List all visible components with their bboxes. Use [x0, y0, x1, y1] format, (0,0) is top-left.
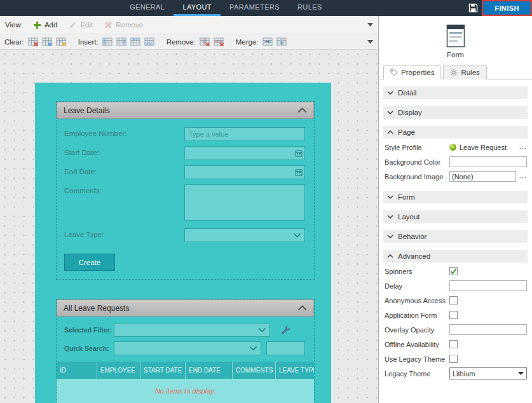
section-detail[interactable]: Detail — [383, 86, 528, 99]
tab-rules-panel[interactable]: Rules — [443, 65, 486, 79]
edit-label: Edit — [80, 21, 93, 29]
merge-cells-right-icon — [263, 37, 273, 47]
section-display[interactable]: Display — [383, 106, 528, 119]
overlay-opacity-row: Overlay Opacity — [383, 322, 528, 337]
clear-all-icon — [28, 37, 39, 47]
chevron-down-icon — [258, 327, 266, 332]
clear-formats-button[interactable] — [55, 36, 69, 48]
add-view-button[interactable]: Add — [27, 19, 63, 31]
background-image-row: Background Image (None) ... — [383, 169, 528, 184]
leave-details-header[interactable]: Leave Details — [57, 102, 314, 119]
background-image-browse-button[interactable]: ... — [517, 172, 527, 182]
style-profile-browse-button[interactable]: ... — [517, 142, 527, 153]
column-header-start-date[interactable]: START DATE — [140, 362, 186, 379]
leave-type-select[interactable] — [184, 228, 305, 242]
overlay-opacity-label: Overlay Opacity — [385, 326, 449, 334]
collapse-chevron-up-icon[interactable] — [297, 305, 307, 311]
filter-settings-button[interactable] — [277, 323, 292, 337]
merge-cells-down-button[interactable] — [275, 36, 289, 48]
quick-search-input[interactable] — [266, 341, 305, 355]
section-advanced[interactable]: Advanced — [383, 250, 528, 263]
remove-column-button[interactable] — [198, 36, 212, 48]
background-color-input[interactable] — [449, 156, 527, 167]
insert-column-left-button[interactable] — [101, 36, 115, 48]
form-canvas-selection[interactable]: Leave Details Employee Number: — [35, 83, 331, 403]
style-profile-icon — [449, 144, 456, 151]
edit-view-button[interactable]: Edit — [63, 19, 99, 31]
comments-textarea[interactable] — [184, 184, 305, 221]
merge-label: Merge: — [236, 38, 259, 46]
finish-button[interactable]: FINISH — [482, 0, 532, 16]
column-header-comments[interactable]: COMMENTS — [233, 362, 276, 379]
delay-label: Delay — [385, 282, 449, 290]
section-page-label: Page — [398, 128, 415, 136]
section-layout[interactable]: Layout — [383, 210, 528, 223]
application-form-checkbox[interactable] — [449, 311, 458, 319]
clear-all-button[interactable] — [27, 36, 41, 48]
view-toolbar-overflow-button[interactable] — [366, 22, 374, 28]
remove-view-button[interactable]: Remove — [99, 19, 149, 31]
remove-row-button[interactable] — [212, 36, 226, 48]
overlay-opacity-input[interactable] — [449, 324, 527, 335]
end-date-input[interactable] — [184, 165, 305, 179]
leave-details-panel[interactable]: Leave Details Employee Number: — [56, 101, 315, 280]
delay-input[interactable] — [449, 280, 527, 291]
inspector-tabs: Properties Rules — [379, 58, 532, 79]
collapse-chevron-up-icon[interactable] — [297, 107, 307, 113]
table-toolbar-overflow-button[interactable] — [366, 39, 374, 45]
tab-layout[interactable]: LAYOUT — [174, 0, 221, 16]
spinners-checkbox[interactable] — [449, 267, 458, 275]
tab-general[interactable]: GENERAL — [121, 0, 174, 16]
chevron-down-icon — [387, 195, 393, 199]
table-header-row: ID EMPLOYEE START DATE END DATE COMMENTS… — [57, 362, 314, 379]
calendar-icon[interactable] — [295, 149, 303, 157]
legacy-theme-row: Legacy Theme Lithium — [383, 366, 528, 381]
all-leave-requests-body: Selected Filter: Quick Search: — [57, 317, 314, 403]
chevron-down-icon — [387, 235, 393, 238]
insert-row-below-button[interactable] — [143, 36, 157, 48]
chevron-down-icon — [387, 91, 393, 95]
remove-row-icon — [214, 37, 224, 47]
use-legacy-theme-checkbox[interactable] — [449, 355, 458, 363]
column-header-employee[interactable]: EMPLOYEE — [97, 362, 140, 379]
merge-cells-right-button[interactable] — [261, 36, 275, 48]
all-leave-requests-panel[interactable]: All Leave Requests Selected Filter: — [56, 299, 315, 403]
insert-column-right-button[interactable] — [115, 36, 129, 48]
quick-search-select[interactable] — [114, 341, 261, 355]
column-header-id[interactable]: ID — [57, 362, 97, 379]
insert-row-below-icon — [144, 37, 155, 47]
offline-availability-checkbox[interactable] — [449, 340, 458, 348]
insert-row-above-button[interactable] — [129, 36, 143, 48]
section-form[interactable]: Form — [383, 191, 528, 203]
all-leave-requests-header[interactable]: All Leave Requests — [57, 299, 314, 317]
selected-filter-select[interactable] — [114, 323, 270, 337]
column-header-leave-type[interactable]: LEAVE TYPE — [276, 362, 314, 379]
employee-number-input[interactable] — [184, 127, 305, 141]
clear-contents-button[interactable] — [41, 36, 55, 48]
style-profile-label: Style Profile — [385, 144, 449, 151]
tab-properties[interactable]: Properties — [383, 65, 441, 79]
clear-formats-icon — [56, 37, 67, 47]
view-label: View: — [5, 21, 23, 29]
selected-component-label: Form — [379, 51, 532, 58]
anonymous-access-checkbox[interactable] — [449, 296, 458, 304]
section-page[interactable]: Page — [383, 126, 528, 139]
legacy-theme-select[interactable]: Lithium — [449, 367, 527, 379]
column-header-end-date[interactable]: END DATE — [186, 362, 233, 379]
add-icon — [33, 21, 41, 29]
chevron-down-icon — [367, 40, 373, 44]
end-date-row: End Date: — [64, 165, 305, 179]
delay-row: Delay — [383, 278, 528, 293]
start-date-input[interactable] — [184, 146, 305, 160]
designer-column: View: Add Edit Remove — [0, 16, 378, 403]
section-behavior[interactable]: Behavior — [383, 230, 528, 243]
design-canvas[interactable]: Leave Details Employee Number: — [0, 50, 378, 403]
calendar-icon[interactable] — [295, 168, 303, 176]
tab-rules[interactable]: RULES — [289, 0, 331, 16]
leave-requests-table: ID EMPLOYEE START DATE END DATE COMMENTS… — [57, 362, 314, 403]
chevron-down-icon — [387, 111, 393, 114]
create-button[interactable]: Create — [64, 254, 115, 271]
tab-parameters[interactable]: PARAMETERS — [221, 0, 289, 16]
save-button[interactable] — [464, 0, 482, 16]
properties-tab-label: Properties — [401, 69, 434, 76]
